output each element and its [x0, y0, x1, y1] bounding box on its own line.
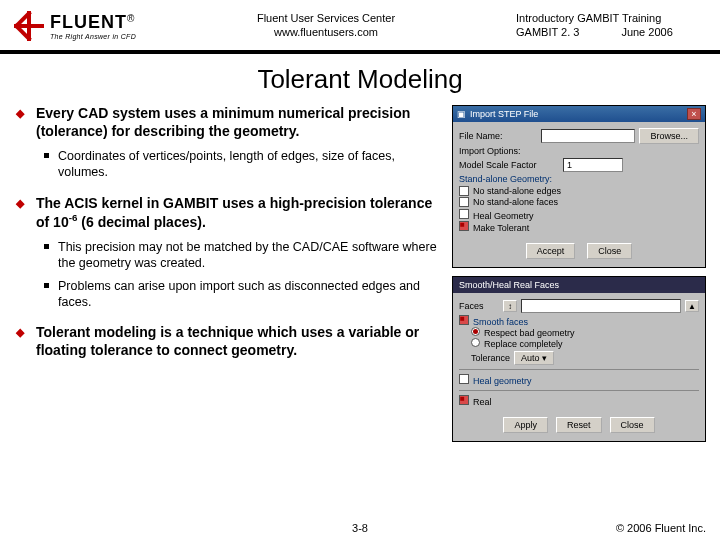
header-center: Fluent User Services Center www.fluentus…: [136, 12, 516, 40]
smooth-heal-titlebar[interactable]: Smooth/Heal Real Faces: [453, 277, 705, 293]
faces-label: Faces: [459, 301, 499, 311]
tolerance-mode-dropdown[interactable]: Auto ▾: [514, 351, 554, 365]
course-title: Introductory GAMBIT Training: [516, 12, 706, 26]
scale-factor-input[interactable]: 1: [563, 158, 623, 172]
sa-faces-option: No stand-alone faces: [473, 197, 558, 207]
scale-factor-label: Model Scale Factor: [459, 160, 559, 170]
checkbox-checked-icon[interactable]: [459, 221, 469, 231]
course-date: June 2006: [621, 26, 672, 40]
bullet-2: The ACIS kernel in GAMBIT uses a high-pr…: [16, 195, 446, 311]
apply-button[interactable]: Apply: [503, 417, 548, 433]
bullet-2-sub-2: Problems can arise upon import such as d…: [36, 278, 446, 311]
heal-geometry-header: Heal geometry: [473, 376, 532, 386]
radio-on-icon[interactable]: [471, 327, 480, 336]
slide-footer: 3-8 © 2006 Fluent Inc.: [0, 522, 720, 534]
faces-up-icon[interactable]: ▲: [685, 300, 699, 312]
make-tolerant-option: Make Tolerant: [473, 223, 529, 233]
logo-wordmark: FLUENT: [50, 12, 127, 32]
header-right: Introductory GAMBIT Training GAMBIT 2. 3…: [516, 12, 706, 40]
faces-input[interactable]: [521, 299, 681, 313]
file-name-input[interactable]: [541, 129, 635, 143]
logo-tagline: The Right Answer in CFD: [50, 33, 136, 40]
bullet-1-sub-1: Coordinates of vertices/points, length o…: [36, 148, 446, 181]
replace-completely-option: Replace completely: [484, 339, 563, 349]
bullet-1: Every CAD system uses a minimum numerica…: [16, 105, 446, 181]
faces-picker-icon[interactable]: ↕: [503, 300, 517, 312]
respect-bad-geom-option: Respect bad geometry: [484, 328, 575, 338]
close-button[interactable]: Close: [587, 243, 632, 259]
close-icon[interactable]: ×: [687, 108, 701, 120]
header-rule: [0, 50, 720, 54]
product-version: GAMBIT 2. 3: [516, 26, 579, 40]
bullet-3: Tolerant modeling is a technique which u…: [16, 324, 446, 359]
fluent-logo: FLUENT® The Right Answer in CFD: [14, 11, 136, 41]
dialog-column: ▣ Import STEP File × File Name: Browse..…: [446, 105, 706, 450]
import-options-label: Import Options:: [459, 146, 537, 156]
services-center-label: Fluent User Services Center: [136, 12, 516, 26]
fluent-logo-icon: [14, 11, 44, 41]
checkbox-icon[interactable]: [459, 197, 469, 207]
checkbox-checked-icon[interactable]: [459, 315, 469, 325]
close-button[interactable]: Close: [610, 417, 655, 433]
real-label: Real: [473, 397, 492, 407]
slide-header: FLUENT® The Right Answer in CFD Fluent U…: [0, 0, 720, 50]
services-center-url: www.fluentusers.com: [136, 26, 516, 40]
reset-button[interactable]: Reset: [556, 417, 602, 433]
radio-icon[interactable]: [471, 338, 480, 347]
checkbox-icon[interactable]: [459, 186, 469, 196]
tolerance-label: Tolerance: [471, 353, 510, 363]
checkbox-icon[interactable]: [459, 374, 469, 384]
sa-edges-option: No stand-alone edges: [473, 186, 561, 196]
window-icon: ▣: [457, 109, 466, 119]
browse-button[interactable]: Browse...: [639, 128, 699, 144]
slide-title: Tolerant Modeling: [0, 64, 720, 95]
body-text-column: Every CAD system uses a minimum numerica…: [16, 105, 446, 450]
checkbox-icon[interactable]: [459, 209, 469, 219]
page-number: 3-8: [352, 522, 368, 534]
import-dialog-title: Import STEP File: [470, 109, 538, 119]
file-name-label: File Name:: [459, 131, 537, 141]
smooth-faces-header: Smooth faces: [473, 317, 528, 327]
copyright-label: © 2006 Fluent Inc.: [616, 522, 706, 534]
standalone-geometry-header: Stand-alone Geometry:: [459, 174, 699, 184]
heal-geometry-option: Heal Geometry: [473, 211, 534, 221]
checkbox-checked-icon[interactable]: [459, 395, 469, 405]
bullet-2-sub-1: This precision may not be matched by the…: [36, 239, 446, 272]
import-step-dialog: ▣ Import STEP File × File Name: Browse..…: [452, 105, 706, 268]
registered-mark: ®: [127, 12, 134, 23]
import-dialog-titlebar[interactable]: ▣ Import STEP File ×: [453, 106, 705, 122]
smooth-heal-dialog: Smooth/Heal Real Faces Faces ↕ ▲ Smooth …: [452, 276, 706, 442]
accept-button[interactable]: Accept: [526, 243, 576, 259]
